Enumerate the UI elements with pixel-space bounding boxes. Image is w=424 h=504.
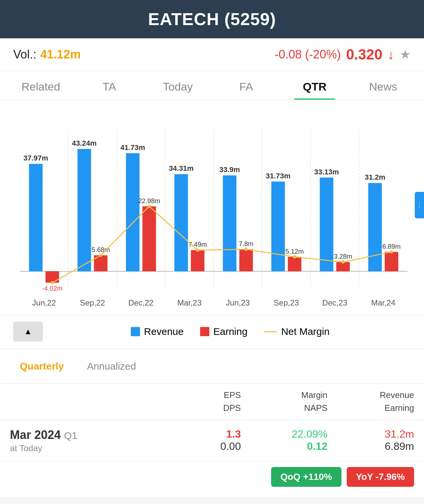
legend-earning: Earning xyxy=(200,326,247,337)
tab-today[interactable]: Today xyxy=(144,71,212,100)
naps-value: 0.12 xyxy=(241,440,327,452)
legend-revenue-label: Revenue xyxy=(144,326,184,337)
earning-value: 6.89m xyxy=(328,440,414,452)
vol-value: 41.12m xyxy=(40,48,81,61)
col-eps-header: EPSDPS xyxy=(154,389,241,414)
quarterly-tab[interactable]: Quarterly xyxy=(10,356,74,377)
stock-title: EATECH (5259) xyxy=(7,9,417,29)
annualized-tab[interactable]: Annualized xyxy=(77,356,146,377)
legend-net-margin: Net Margin xyxy=(264,326,330,337)
volume-section: Vol.: 41.12m xyxy=(13,48,81,61)
col-margin-header: MarginNAPS xyxy=(241,389,327,414)
table-row: Mar 2024 Q1 at Today 1.3 0.00 22.09% 0.1… xyxy=(0,420,424,462)
qoq-badge: QoQ +110% xyxy=(271,467,341,487)
tab-news[interactable]: News xyxy=(349,71,417,100)
price-value: 0.320 xyxy=(346,46,382,63)
net-margin-line-swatch xyxy=(264,331,277,332)
margin-value: 22.09% xyxy=(241,428,327,440)
row-margin-naps: 22.09% 0.12 xyxy=(241,428,327,453)
col-revenue-header: RevenueEarning xyxy=(328,389,414,414)
data-section: Quarterly Annualized EPSDPS MarginNAPS R… xyxy=(0,349,424,497)
vol-label: Vol.: xyxy=(13,48,36,61)
app-header: EATECH (5259) xyxy=(0,0,424,38)
earning-color-swatch xyxy=(200,327,209,336)
row-revenue-earning: 31.2m 6.89m xyxy=(328,428,414,453)
dps-value: 0.00 xyxy=(154,440,241,452)
yoy-badge: YoY -7.96% xyxy=(347,467,414,487)
dots-icon: ⋮ xyxy=(416,202,423,208)
row-sublabel: at Today xyxy=(10,443,154,453)
badges-row: QoQ +110% YoY -7.96% xyxy=(0,462,424,497)
revenue-color-swatch xyxy=(131,327,140,336)
tab-qtr[interactable]: QTR xyxy=(280,71,349,100)
tab-ta[interactable]: TA xyxy=(75,71,143,100)
legend-earning-label: Earning xyxy=(213,326,247,337)
col-period-header xyxy=(10,389,154,414)
price-change: -0.08 (-20%) xyxy=(275,48,341,61)
tab-fa[interactable]: FA xyxy=(212,71,280,100)
revenue-value: 31.2m xyxy=(328,428,414,440)
sidebar-handle[interactable]: ⋮ xyxy=(415,192,424,218)
watchlist-star-icon[interactable]: ★ xyxy=(400,47,411,62)
tab-related[interactable]: Related xyxy=(7,71,75,100)
collapse-button[interactable]: ▲ xyxy=(13,322,43,342)
nav-tabs: Related TA Today FA QTR News xyxy=(0,71,424,100)
row-eps-dps: 1.3 0.00 xyxy=(154,428,241,453)
legend-revenue: Revenue xyxy=(131,326,184,337)
price-bar: Vol.: 41.12m -0.08 (-20%) 0.320 ↓ ★ xyxy=(0,38,424,71)
price-section: -0.08 (-20%) 0.320 ↓ ★ xyxy=(275,46,411,63)
eps-value: 1.3 xyxy=(154,428,241,440)
legend-net-margin-label: Net Margin xyxy=(281,326,330,337)
period-tabs: Quarterly Annualized xyxy=(0,349,424,383)
chart-area: ⋮ ▲ Revenue Earning Net Margin xyxy=(0,100,424,348)
row-period: Mar 2024 Q1 at Today xyxy=(10,428,154,453)
quarter-label: Mar 2024 Q1 xyxy=(10,428,154,442)
price-arrow-icon: ↓ xyxy=(388,47,394,62)
table-header: EPSDPS MarginNAPS RevenueEarning xyxy=(0,383,424,420)
